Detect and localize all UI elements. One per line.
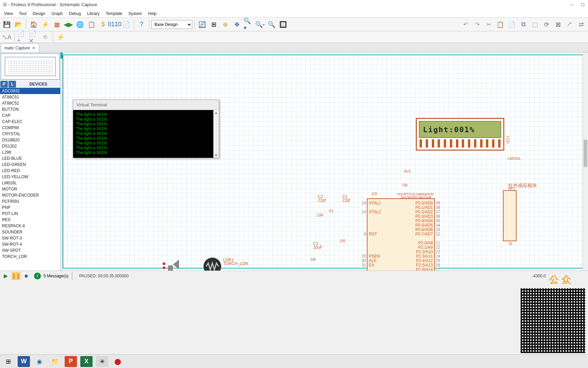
device-item[interactable]: ADC0832	[0, 88, 60, 94]
code-icon[interactable]: 0110	[109, 19, 120, 30]
device-item[interactable]: DS1302	[0, 143, 60, 149]
device-item[interactable]: DS18B20	[0, 137, 60, 143]
menu-debug[interactable]: Debug	[66, 11, 84, 17]
design-explorer-icon[interactable]: $	[98, 19, 109, 30]
proteus-taskbar-icon[interactable]: ✳	[96, 356, 108, 367]
device-item[interactable]: RES	[0, 217, 60, 223]
zoom-area-icon[interactable]: 🔲	[278, 19, 289, 30]
stop-button[interactable]: ■	[22, 272, 31, 280]
device-item[interactable]: PCF8591	[0, 198, 60, 204]
schematic-icon[interactable]: ⚡	[40, 19, 51, 30]
device-item[interactable]: COMPIM	[0, 125, 60, 131]
lightning-icon[interactable]: ⚡	[55, 32, 66, 43]
pause-button[interactable]: ❚❚	[12, 272, 20, 280]
import-icon[interactable]: 📂	[13, 19, 24, 30]
design-variant-select[interactable]: Base Design	[151, 20, 192, 29]
device-item[interactable]: TORCH_LDR	[0, 254, 60, 260]
device-item[interactable]: SW-ROT-4	[0, 241, 60, 247]
block-rotate-icon[interactable]: ⟳	[541, 19, 552, 30]
tab-close-icon[interactable]: ✕	[32, 46, 35, 50]
device-item[interactable]: SW-ROT-3	[0, 235, 60, 241]
menu-library[interactable]: Library	[84, 11, 102, 17]
zoom-in-icon[interactable]: 🔍+	[243, 19, 254, 30]
exit-parent-icon[interactable]: ⎋	[40, 32, 51, 43]
message-badge-icon[interactable]: i	[34, 273, 41, 279]
virtual-terminal-title[interactable]: Virtual Terminal	[73, 100, 219, 110]
canvas-scrollbar-vertical[interactable]	[583, 52, 588, 271]
refresh-icon[interactable]: 🔄	[197, 19, 208, 30]
help-icon[interactable]: ?	[136, 19, 147, 30]
vterm-scrollbar[interactable]: ▲▼	[213, 110, 219, 158]
device-item[interactable]: L298	[0, 149, 60, 155]
device-item[interactable]: PNP	[0, 204, 60, 211]
word-icon[interactable]: W	[18, 356, 30, 367]
device-item[interactable]: AT89C52	[0, 100, 60, 106]
package-icon[interactable]: ⇄	[576, 19, 587, 30]
message-count[interactable]: 5 Message(s)	[44, 274, 68, 278]
bom-icon[interactable]: 📋	[86, 19, 97, 30]
pick-icon[interactable]: 🝯	[564, 19, 575, 30]
device-item[interactable]: LED-BLUE	[0, 155, 60, 162]
cut-icon[interactable]: ✂	[483, 19, 494, 30]
device-item[interactable]: CAP-ELEC	[0, 119, 60, 125]
mcu-chip[interactable]: U3 AT89C52 XTAL1XTAL2RSTPSENALEEAP1.0/T2…	[367, 198, 435, 271]
device-item[interactable]: LED-RED	[0, 168, 60, 174]
device-item[interactable]: LM016L	[0, 180, 60, 186]
virtual-terminal-window[interactable]: Virtual Terminal The light is 001%The li…	[73, 99, 219, 158]
schematic-canvas[interactable]: Light:001% LCD LM016L U3 AT89C52 XTAL1XT…	[61, 52, 588, 271]
save-icon[interactable]: 💾	[1, 19, 12, 30]
device-item[interactable]: SW-SPDT	[0, 247, 60, 254]
device-item[interactable]: BUTTON	[0, 106, 60, 112]
copy-icon[interactable]: 📋	[495, 19, 506, 30]
zoom-out-icon[interactable]: 🔍-	[255, 19, 265, 30]
delete-sheet-icon[interactable]: 📄✕	[28, 32, 39, 43]
record-icon[interactable]: ⬤	[112, 356, 124, 367]
device-item[interactable]: CRYSTAL	[0, 131, 60, 137]
home-icon[interactable]: 🏠	[28, 19, 39, 30]
resistor-network[interactable]	[503, 190, 517, 241]
origin-icon[interactable]: ⊕	[220, 19, 231, 30]
grid-icon[interactable]: ⊞	[208, 19, 219, 30]
menu-template[interactable]: Template	[103, 11, 125, 17]
schematic-preview[interactable]	[1, 53, 60, 80]
pick-parts-button[interactable]: P	[0, 81, 8, 88]
device-item[interactable]: MOTOR	[0, 186, 60, 192]
folder-icon[interactable]: 📁	[49, 356, 61, 367]
device-item[interactable]: POT-LIN	[0, 211, 60, 217]
powerpoint-icon[interactable]: P	[65, 356, 77, 367]
libraries-button[interactable]: L	[9, 81, 16, 88]
device-item[interactable]: RESPACK-8	[0, 223, 60, 229]
select-tool-icon[interactable]: ⤡A	[1, 32, 12, 43]
menu-system[interactable]: System	[126, 11, 145, 17]
device-item[interactable]: LED-GREEN	[0, 162, 60, 168]
pcb-icon[interactable]: ▦	[51, 19, 62, 30]
gerber-icon[interactable]: 🌐	[75, 19, 85, 30]
play-button[interactable]: ▶	[1, 272, 10, 280]
block-copy-icon[interactable]: ⧉	[518, 19, 529, 30]
notes-icon[interactable]: 📄	[121, 19, 132, 30]
device-item[interactable]: CAP	[0, 112, 60, 119]
window-maximize-button[interactable]: ☐	[580, 2, 585, 7]
pan-icon[interactable]: ✥	[231, 19, 242, 30]
device-list[interactable]: ADC0832AT89C51AT89C52BUTTONCAPCAP-ELECCO…	[0, 88, 60, 271]
block-move-icon[interactable]: ⬚	[529, 19, 540, 30]
taskview-icon[interactable]: ⊞	[2, 356, 14, 367]
menu-graph[interactable]: Graph	[49, 11, 65, 17]
paste-icon[interactable]: 📄	[506, 19, 517, 30]
wps-icon[interactable]: ◉	[33, 356, 46, 367]
window-minimize-button[interactable]: ─	[569, 2, 574, 7]
device-item[interactable]: SOUNDER	[0, 229, 60, 235]
new-sheet-icon[interactable]: 📄+	[17, 32, 28, 43]
device-item[interactable]: LED-YELLOW	[0, 174, 60, 180]
menu-tool[interactable]: Tool	[16, 11, 29, 17]
tab-schematic-capture[interactable]: matic Capture ✕	[1, 43, 39, 52]
redo-icon[interactable]: ↷	[472, 19, 483, 30]
menu-help[interactable]: Help	[145, 11, 159, 17]
device-item[interactable]: AT89C51	[0, 94, 60, 100]
excel-icon[interactable]: X	[80, 356, 93, 367]
menu-view[interactable]: View	[1, 11, 16, 17]
3d-icon[interactable]: ◀▶	[63, 19, 74, 30]
menu-design[interactable]: Design	[30, 11, 48, 17]
lcd-component[interactable]: Light:001% LCD LM016L	[416, 118, 504, 151]
zoom-fit-icon[interactable]: 🔍	[266, 19, 277, 30]
